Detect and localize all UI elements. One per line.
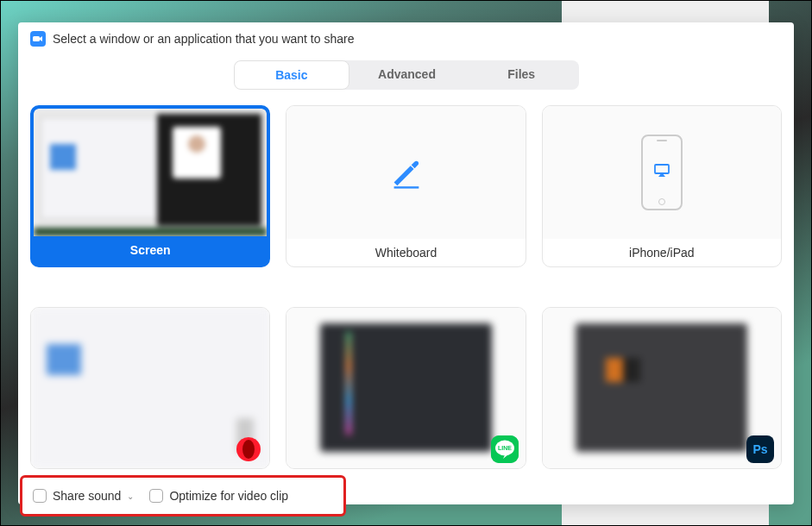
share-sound-checkbox[interactable] xyxy=(33,489,47,503)
dialog-header: Select a window or an application that y… xyxy=(30,29,782,53)
optimize-video-option[interactable]: Optimize for video clip xyxy=(149,489,288,503)
opera-icon xyxy=(235,435,262,463)
zoom-logo-icon xyxy=(30,31,46,47)
app-opera-preview xyxy=(31,308,269,468)
svg-point-4 xyxy=(242,440,255,459)
svg-rect-2 xyxy=(655,165,669,173)
phone-icon xyxy=(641,135,683,210)
svg-rect-1 xyxy=(394,186,419,188)
tab-basic[interactable]: Basic xyxy=(234,60,350,90)
photoshop-icon: Ps xyxy=(746,435,774,463)
iphone-preview xyxy=(543,106,781,239)
share-options-grid: Screen Whiteboard iPhone/iPad xyxy=(30,105,782,492)
whiteboard-preview xyxy=(286,106,525,239)
footer-highlight-box: Share sound ⌄ Optimize for video clip xyxy=(20,475,346,517)
svg-rect-0 xyxy=(33,36,40,41)
share-mode-tabs: Basic Advanced Files xyxy=(234,60,579,90)
airplay-icon xyxy=(654,164,670,181)
screen-preview xyxy=(34,109,267,236)
iphone-label: iPhone/iPad xyxy=(543,239,781,266)
share-option-screen[interactable]: Screen xyxy=(30,105,270,267)
tab-files[interactable]: Files xyxy=(464,60,579,90)
dialog-title: Select a window or an application that y… xyxy=(53,32,354,46)
app-ps-preview: Ps xyxy=(543,308,781,468)
share-option-iphone[interactable]: iPhone/iPad xyxy=(542,105,782,267)
app-line-preview: LINE xyxy=(286,308,525,468)
share-option-app-photoshop[interactable]: Ps xyxy=(542,307,782,469)
share-option-whiteboard[interactable]: Whiteboard xyxy=(286,105,526,267)
whiteboard-label: Whiteboard xyxy=(286,239,525,266)
screen-label: Screen xyxy=(34,236,267,264)
pen-icon xyxy=(386,151,425,194)
share-dialog: Select a window or an application that y… xyxy=(18,22,794,504)
share-option-app-opera[interactable] xyxy=(30,307,270,469)
share-sound-label: Share sound xyxy=(53,489,121,503)
share-option-app-line[interactable]: LINE xyxy=(286,307,526,469)
line-icon: LINE xyxy=(491,435,519,463)
optimize-label: Optimize for video clip xyxy=(169,489,288,503)
svg-text:LINE: LINE xyxy=(498,445,512,451)
chevron-down-icon[interactable]: ⌄ xyxy=(127,492,134,501)
share-sound-option[interactable]: Share sound ⌄ xyxy=(33,489,134,503)
optimize-checkbox[interactable] xyxy=(149,489,163,503)
tab-advanced[interactable]: Advanced xyxy=(349,60,464,90)
